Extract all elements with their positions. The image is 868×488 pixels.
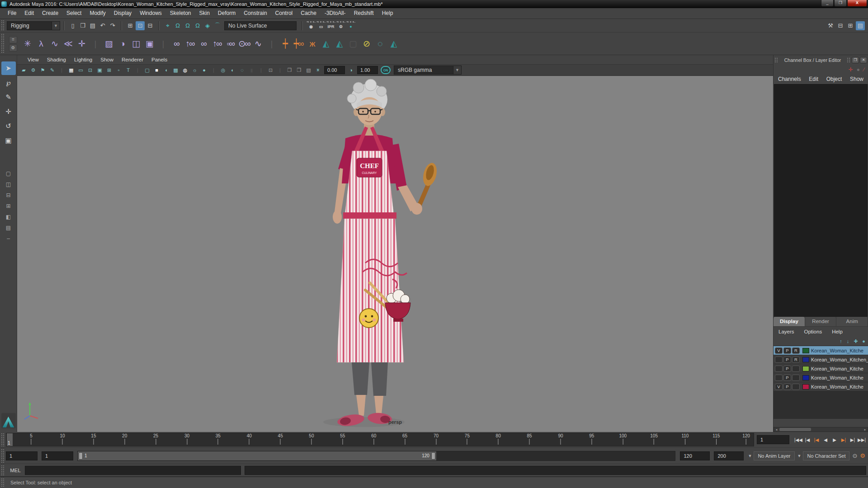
panel-toolbar-icon[interactable]: ⚙ xyxy=(29,66,38,75)
live-surface-field[interactable]: No Live Surface xyxy=(224,21,297,30)
layer-editor-tab[interactable]: Anim xyxy=(836,317,868,326)
anim-layer-dropdown[interactable]: No Anim Layer xyxy=(754,451,794,460)
layer-color-swatch[interactable] xyxy=(802,348,809,353)
toolbox-tool[interactable]: ▣ xyxy=(1,134,16,147)
menu-item[interactable]: -3DtoAll- xyxy=(321,8,350,19)
layer-editor-menu-item[interactable]: Layers xyxy=(774,329,799,334)
shelf-icon[interactable]: | xyxy=(88,36,102,52)
animation-preferences-icon[interactable]: ⚙ xyxy=(860,452,865,459)
layer-name[interactable]: Korean_Woman_Kitche xyxy=(811,384,863,389)
toolbox-tool[interactable]: ➤ xyxy=(1,61,16,75)
playback-button[interactable]: ▶| xyxy=(839,435,848,444)
layer-editor-menu-item[interactable]: Help xyxy=(827,329,848,334)
layer-editor-menu-item[interactable]: Options xyxy=(799,329,827,334)
shelf-icon[interactable]: ✳ xyxy=(20,36,34,52)
panel-toolbar-icon[interactable]: ◍ xyxy=(181,66,189,75)
snap-icon[interactable]: ⌖ xyxy=(163,21,172,30)
layer-editor-action-icon[interactable]: ✚ xyxy=(854,338,858,344)
menu-item[interactable]: Control xyxy=(271,8,297,19)
panel-popout-button[interactable]: ❐ xyxy=(852,57,859,63)
range-slider-track[interactable]: 1 120 xyxy=(77,451,675,461)
layer-playback-toggle[interactable]: P xyxy=(783,357,791,363)
shelf-icon[interactable]: ж xyxy=(305,36,319,52)
shelf-tab-button[interactable]: = xyxy=(9,36,17,43)
sidebar-toggle-icon[interactable]: ⊟ xyxy=(836,21,845,30)
layout-shortcut-button[interactable]: ▤ xyxy=(3,223,14,232)
status-line-drag-handle[interactable] xyxy=(1,20,5,31)
panel-toolbar-icon[interactable]: ▩ xyxy=(171,66,180,75)
menu-item[interactable]: Skin xyxy=(195,8,214,19)
panel-toolbar-icon[interactable]: ◌ xyxy=(238,66,246,75)
panel-toolbar-icon[interactable]: ✎ xyxy=(48,66,57,75)
scroll-left-arrow[interactable]: ◂ xyxy=(774,428,779,432)
shelf-tab-button[interactable]: ⚙ xyxy=(9,44,17,52)
panel-menu-item[interactable]: Panels xyxy=(147,57,171,62)
playback-button[interactable]: ▶▶| xyxy=(857,435,866,444)
chevron-down-icon[interactable]: ▼ xyxy=(797,454,802,458)
layer-color-swatch[interactable] xyxy=(802,366,809,371)
toolbox-tool[interactable]: ℘ xyxy=(1,76,16,89)
menu-set-dropdown[interactable]: Rigging ▼ xyxy=(7,21,60,30)
shelf-icon[interactable]: ▣ xyxy=(142,36,156,52)
render-icon[interactable]: ● xyxy=(346,21,355,30)
scrollbar-thumb[interactable] xyxy=(779,428,811,431)
panel-toolbar-icon[interactable]: ⊡ xyxy=(266,66,275,75)
render-icon[interactable]: ◉ xyxy=(307,21,316,30)
panel-toolbar-icon[interactable]: T xyxy=(124,66,132,75)
panel-menu-item[interactable]: Lighting xyxy=(70,57,96,62)
gamma-dropdown[interactable]: sRGB gamma ▼ xyxy=(394,66,462,75)
panel-toolbar-icon[interactable]: ⊡ xyxy=(86,66,94,75)
panel-menu-item[interactable]: View xyxy=(24,57,43,62)
shelf-icon[interactable]: ▨ xyxy=(102,36,115,52)
channel-box-menu-item[interactable]: Object xyxy=(825,76,844,82)
contrast-icon[interactable]: ◑ xyxy=(347,66,355,75)
command-language-label[interactable]: MEL xyxy=(6,468,25,473)
shelf-icon[interactable]: ⊙∞ xyxy=(237,36,251,52)
menu-item[interactable]: Redshift xyxy=(350,8,378,19)
layer-reference-toggle[interactable] xyxy=(792,375,800,381)
selection-mask-icon[interactable]: ⊞ xyxy=(126,21,135,30)
menu-item[interactable]: Select xyxy=(62,8,85,19)
panel-toolbar-icon[interactable]: ▮ xyxy=(247,66,256,75)
layer-editor-action-icon[interactable]: ● xyxy=(862,338,865,344)
perspective-viewport[interactable]: CHEF CULINARY xyxy=(17,76,773,432)
menu-item[interactable]: Edit xyxy=(20,8,38,19)
layout-shortcut-button[interactable]: ◧ xyxy=(3,212,14,221)
menu-item[interactable]: Windows xyxy=(136,8,166,19)
shelf-icon[interactable]: | xyxy=(264,36,278,52)
file-operation-icon[interactable]: ▤ xyxy=(88,21,97,30)
layer-visibility-toggle[interactable] xyxy=(775,366,783,372)
current-frame-field[interactable]: 1 xyxy=(757,435,789,444)
playback-end-field[interactable]: 120 xyxy=(680,451,710,460)
shelf-icon[interactable]: ◌ xyxy=(373,36,387,52)
selection-mask-icon[interactable]: ⊡ xyxy=(136,21,145,30)
layer-row[interactable]: P Korean_Woman_Kitche xyxy=(774,373,868,382)
panel-toolbar-icon[interactable]: ❒ xyxy=(295,66,303,75)
shelf-icon[interactable]: ◭ xyxy=(319,36,332,52)
toolbox-tool[interactable]: ✎ xyxy=(1,90,16,104)
layer-row[interactable]: V P R Korean_Woman_Kitche xyxy=(774,346,868,355)
file-operation-icon[interactable]: ❒ xyxy=(78,21,87,30)
panel-close-button[interactable]: ✕ xyxy=(860,57,867,63)
layer-name[interactable]: Korean_Woman_Kitche xyxy=(811,348,863,353)
help-line-drag-handle[interactable] xyxy=(1,478,5,487)
channel-box-utility-icon[interactable]: ∕ xyxy=(863,66,864,73)
range-slider-drag-handle[interactable] xyxy=(1,449,5,463)
layer-reference-toggle[interactable] xyxy=(792,366,800,372)
shelf-icon[interactable]: ┿∞ xyxy=(292,36,305,52)
menu-item[interactable]: Constrain xyxy=(240,8,271,19)
shelf-icon[interactable]: ↑∞ xyxy=(210,36,224,52)
shelf-icon[interactable]: ⊘ xyxy=(359,36,373,52)
panel-toolbar-icon[interactable]: ■ xyxy=(152,66,161,75)
panel-toolbar-icon[interactable]: ◖ xyxy=(162,66,170,75)
shelf-icon[interactable]: ◫ xyxy=(129,36,142,52)
layer-reference-toggle[interactable]: R xyxy=(792,347,800,354)
panel-toolbar-icon[interactable]: ⊞ xyxy=(105,66,113,75)
layout-shortcut-button[interactable]: ⊟ xyxy=(3,191,14,200)
channel-box-utility-icon[interactable]: ● xyxy=(857,66,860,73)
playback-range-bar[interactable]: 1 120 xyxy=(78,451,436,460)
playback-button[interactable]: |◀◀ xyxy=(794,435,803,444)
panel-drag-handle[interactable] xyxy=(774,57,778,63)
panel-toolbar-icon[interactable]: ▭ xyxy=(76,66,85,75)
panel-toolbar-icon[interactable]: ▰ xyxy=(19,66,28,75)
